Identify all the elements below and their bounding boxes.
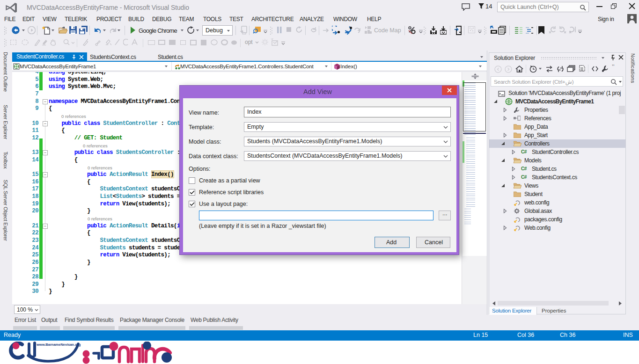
svg-text:www.BarnameNevisan.org: www.BarnameNevisan.org xyxy=(36,342,81,347)
